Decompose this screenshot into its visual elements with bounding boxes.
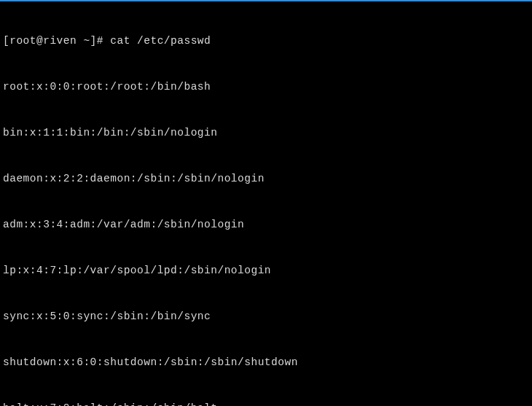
- passwd-line: root:x:0:0:root:/root:/bin/bash: [3, 79, 529, 95]
- passwd-line: shutdown:x:6:0:shutdown:/sbin:/sbin/shut…: [3, 355, 529, 370]
- passwd-line: bin:x:1:1:bin:/bin:/sbin/nologin: [3, 125, 529, 141]
- terminal-window[interactable]: [root@riven ~]# cat /etc/passwd root:x:0…: [0, 1, 532, 406]
- command-line: [root@riven ~]# cat /etc/passwd: [3, 34, 529, 49]
- passwd-line: lp:x:4:7:lp:/var/spool/lpd:/sbin/nologin: [3, 263, 529, 278]
- passwd-line: halt:x:7:0:halt:/sbin:/sbin/halt: [3, 401, 529, 406]
- passwd-line: adm:x:3:4:adm:/var/adm:/sbin/nologin: [3, 217, 529, 233]
- passwd-line: sync:x:5:0:sync:/sbin:/bin/sync: [3, 309, 529, 324]
- passwd-line: daemon:x:2:2:daemon:/sbin:/sbin/nologin: [3, 171, 529, 187]
